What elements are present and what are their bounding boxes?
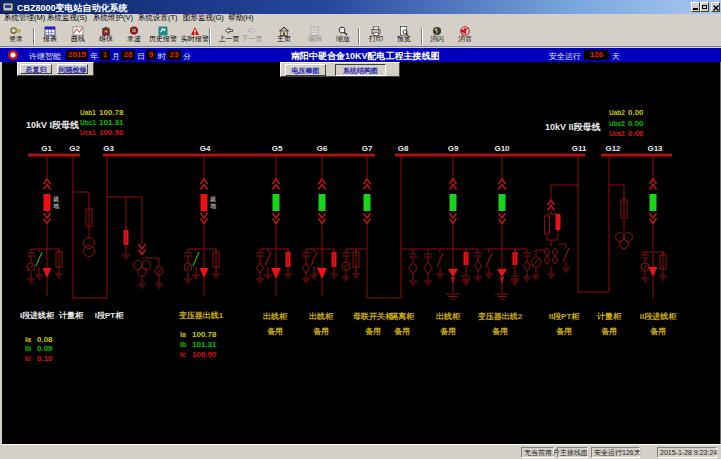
svg-text:Ic: Ic xyxy=(25,355,31,362)
svg-text:变压器出线2: 变压器出线2 xyxy=(477,311,523,321)
svg-text:Ia: Ia xyxy=(180,331,186,338)
svg-text:100.78: 100.78 xyxy=(99,108,124,117)
svg-text:0.00: 0.00 xyxy=(628,129,644,138)
svg-text:备用: 备用 xyxy=(440,327,456,336)
svg-text:G3: G3 xyxy=(103,144,114,153)
svg-text:101.31: 101.31 xyxy=(99,118,124,127)
svg-text:0.08: 0.08 xyxy=(37,335,53,344)
svg-text:就: 就 xyxy=(53,196,59,202)
svg-text:Ia: Ia xyxy=(25,336,31,343)
svg-text:I段PT柜: I段PT柜 xyxy=(95,311,124,320)
svg-text:出线柜: 出线柜 xyxy=(309,312,334,321)
svg-text:Ubc1: Ubc1 xyxy=(80,119,96,126)
svg-text:0.10: 0.10 xyxy=(37,354,53,363)
svg-text:10kV II段母线: 10kV II段母线 xyxy=(545,122,601,132)
svg-text:II段进线柜: II段进线柜 xyxy=(640,312,677,321)
svg-text:Uab1: Uab1 xyxy=(80,109,96,116)
svg-text:10kV I段母线: 10kV I段母线 xyxy=(26,120,79,130)
svg-text:备用: 备用 xyxy=(650,327,666,336)
svg-text:0.09: 0.09 xyxy=(37,344,53,353)
svg-text:0.00: 0.00 xyxy=(628,108,644,117)
svg-text:100.90: 100.90 xyxy=(192,350,217,359)
svg-text:备用: 备用 xyxy=(313,327,329,336)
svg-text:G5: G5 xyxy=(272,144,283,153)
svg-text:隔离柜: 隔离柜 xyxy=(390,311,415,321)
svg-text:G10: G10 xyxy=(494,144,510,153)
svg-text:备用: 备用 xyxy=(556,327,572,336)
svg-text:计量柜: 计量柜 xyxy=(58,311,84,320)
svg-text:G2: G2 xyxy=(69,144,80,153)
svg-text:Uab2: Uab2 xyxy=(609,109,625,116)
svg-text:G13: G13 xyxy=(647,144,663,153)
svg-text:Ic: Ic xyxy=(180,351,186,358)
svg-text:地: 地 xyxy=(53,203,60,209)
svg-text:Uca2: Uca2 xyxy=(609,130,625,137)
svg-text:101.31: 101.31 xyxy=(192,340,217,349)
svg-text:地: 地 xyxy=(210,203,217,209)
svg-text:G9: G9 xyxy=(448,144,459,153)
svg-text:G4: G4 xyxy=(200,144,211,153)
svg-text:Ib: Ib xyxy=(25,345,31,352)
svg-text:备用: 备用 xyxy=(492,327,508,336)
svg-text:母联开关柜: 母联开关柜 xyxy=(352,312,394,321)
svg-text:备用: 备用 xyxy=(365,327,381,336)
svg-text:备用: 备用 xyxy=(601,327,617,336)
svg-text:变压器出线1: 变压器出线1 xyxy=(178,310,224,320)
svg-text:I段进线柜: I段进线柜 xyxy=(20,311,55,320)
svg-text:G7: G7 xyxy=(362,144,373,153)
svg-text:0.00: 0.00 xyxy=(628,119,644,128)
svg-text:G11: G11 xyxy=(572,144,587,153)
svg-text:备用: 备用 xyxy=(267,327,283,336)
svg-text:G1: G1 xyxy=(41,144,52,153)
svg-text:G6: G6 xyxy=(317,144,328,153)
svg-text:Ib: Ib xyxy=(180,341,186,348)
svg-text:100.90: 100.90 xyxy=(99,128,124,137)
svg-text:Ubc2: Ubc2 xyxy=(609,120,625,127)
svg-text:备用: 备用 xyxy=(394,327,410,336)
svg-text:G8: G8 xyxy=(398,144,409,153)
svg-text:计量柜: 计量柜 xyxy=(596,312,622,321)
svg-text:出线柜: 出线柜 xyxy=(436,312,461,321)
svg-text:出线柜: 出线柜 xyxy=(263,312,288,321)
svg-text:就: 就 xyxy=(210,196,216,202)
svg-text:G12: G12 xyxy=(605,144,621,153)
svg-text:100.78: 100.78 xyxy=(192,330,217,339)
svg-text:II段PT柜: II段PT柜 xyxy=(549,312,581,321)
svg-text:Uca1: Uca1 xyxy=(80,129,96,136)
